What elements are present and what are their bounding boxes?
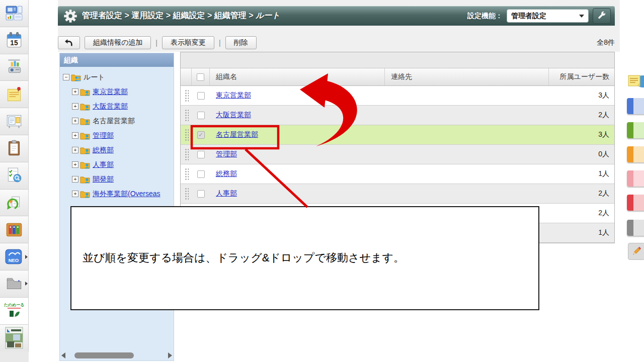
tree-item-label[interactable]: 総務部: [93, 146, 114, 155]
binders-icon[interactable]: [0, 216, 29, 243]
pink-book-icon[interactable]: [627, 170, 644, 187]
expand-plus-icon[interactable]: +: [72, 176, 78, 183]
row-checkbox[interactable]: [197, 131, 205, 139]
tree-root-label: ルート: [84, 73, 105, 82]
circulation-icon[interactable]: [0, 190, 29, 217]
drag-handle[interactable]: [184, 128, 189, 141]
portal-icon[interactable]: [0, 0, 29, 27]
scroll-left-arrow-icon[interactable]: [61, 352, 65, 358]
back-button[interactable]: [58, 36, 80, 49]
sticky-note-icon-glyph: [5, 85, 24, 104]
cabinet-icon[interactable]: [0, 270, 29, 298]
sticky-note-icon[interactable]: [0, 81, 29, 108]
expand-plus-icon[interactable]: +: [72, 103, 78, 110]
org-name-link[interactable]: 名古屋営業部: [216, 130, 258, 139]
select-all-checkbox[interactable]: [197, 73, 204, 81]
tree-item[interactable]: + 開発部: [60, 172, 174, 187]
drag-handle[interactable]: [184, 89, 189, 102]
tree-item[interactable]: + 総務部: [60, 143, 174, 157]
red-book-icon[interactable]: [627, 195, 644, 211]
clipboard-icon[interactable]: [0, 135, 29, 162]
row-checkbox[interactable]: [197, 92, 205, 100]
organization-management-screen: 15: [0, 0, 644, 362]
drag-handle[interactable]: [184, 148, 189, 161]
presentation-icon-glyph: [5, 58, 24, 77]
tree-item[interactable]: + 大阪営業部: [60, 99, 174, 114]
neo-icon-glyph: NEO: [5, 247, 24, 266]
drag-handle[interactable]: [184, 167, 189, 180]
bulletin-board-icon[interactable]: [0, 108, 29, 135]
memo-user-icon[interactable]: [627, 72, 644, 98]
expand-plus-icon[interactable]: +: [72, 132, 78, 139]
svg-text:NEO: NEO: [9, 257, 19, 262]
tree-item-label[interactable]: 開発部: [93, 175, 114, 184]
org-folder-icon: [80, 88, 91, 96]
tree-item-label[interactable]: 大阪営業部: [93, 102, 128, 111]
row-checkbox[interactable]: [197, 170, 205, 178]
row-checkbox[interactable]: [197, 190, 205, 198]
neo-icon[interactable]: NEO: [0, 243, 29, 270]
delete-button[interactable]: 削除: [225, 36, 257, 49]
expand-plus-icon[interactable]: +: [72, 161, 78, 168]
tree-item[interactable]: + 人事部: [60, 157, 174, 172]
app-dock: 15: [0, 0, 29, 362]
circulation-icon-glyph: [5, 193, 24, 212]
drag-handle[interactable]: [184, 109, 189, 122]
add-organization-button[interactable]: 組織情報の追加: [85, 36, 151, 49]
setting-function-label: 設定機能：: [467, 12, 503, 21]
change-display-order-button[interactable]: 表示順変更: [162, 36, 214, 49]
row-checkbox[interactable]: [197, 151, 205, 158]
tree-item-label[interactable]: 海外事業部(Overseas: [93, 190, 160, 199]
clipboard-icon-glyph: [5, 139, 24, 158]
expand-plus-icon[interactable]: +: [72, 118, 78, 124]
drag-handle[interactable]: [184, 187, 189, 200]
tree-item[interactable]: + 管理部: [60, 128, 174, 143]
org-name-link[interactable]: 大阪営業部: [216, 111, 251, 120]
tree-item[interactable]: + 名古屋営業部: [60, 114, 174, 128]
banner-icon[interactable]: [0, 325, 29, 352]
org-name-link[interactable]: 総務部: [216, 169, 237, 178]
org-name-link[interactable]: 東京営業部: [216, 91, 251, 100]
blue-book-icon[interactable]: [627, 98, 644, 114]
table-row: 大阪営業部 2人: [181, 106, 614, 125]
collapse-minus-icon[interactable]: −: [63, 74, 69, 80]
tree-item-root[interactable]: − ルート: [60, 70, 174, 84]
breadcrumb-current: ルート: [256, 11, 280, 20]
calendar-icon[interactable]: 15: [0, 27, 29, 54]
svg-text:たのめーる: たのめーる: [4, 303, 25, 307]
pencil-button[interactable]: [628, 243, 644, 260]
user-count-cell: 1人: [549, 164, 614, 184]
tanomail-icon-glyph: たのめーる: [4, 300, 25, 322]
expand-plus-icon[interactable]: +: [72, 88, 78, 95]
tree-horizontal-scrollbar[interactable]: [61, 351, 172, 359]
scroll-right-arrow-icon[interactable]: [168, 352, 172, 358]
presentation-icon[interactable]: [0, 54, 29, 81]
grey-book-icon[interactable]: [627, 220, 644, 236]
settings-wrench-button[interactable]: [593, 8, 611, 24]
setting-function-select[interactable]: 管理者設定: [507, 9, 589, 23]
flyout-arrow-icon: [25, 282, 28, 286]
green-book-icon[interactable]: [627, 122, 644, 138]
survey-icon[interactable]: [0, 162, 29, 190]
breadcrumb: 管理者設定 > 運用設定 > 組織設定 > 組織管理 > ルート: [82, 11, 280, 21]
tree-item-label[interactable]: 管理部: [93, 131, 114, 140]
orange-book-icon[interactable]: [627, 146, 644, 162]
user-count-cell: 2人: [549, 204, 614, 223]
tanomail-icon[interactable]: たのめーる: [0, 298, 29, 325]
tree-item-label[interactable]: 人事部: [93, 160, 114, 169]
org-folder-icon: [80, 103, 91, 111]
tree-item-label[interactable]: 名古屋営業部: [93, 117, 135, 126]
tree-item[interactable]: + 東京営業部: [60, 84, 174, 99]
org-name-link[interactable]: 管理部: [216, 150, 237, 159]
row-checkbox[interactable]: [197, 112, 205, 119]
expand-plus-icon[interactable]: +: [72, 191, 78, 197]
tree-item[interactable]: + 海外事業部(Overseas: [60, 187, 174, 201]
toolbar-separator: |: [155, 39, 157, 47]
scrollbar-thumb[interactable]: [74, 352, 134, 358]
org-name-link[interactable]: 人事部: [216, 189, 237, 198]
org-folder-icon: [80, 132, 91, 140]
tree-item-label[interactable]: 東京営業部: [93, 87, 128, 97]
expand-plus-icon[interactable]: +: [72, 147, 78, 153]
contact-cell: [385, 145, 549, 164]
org-group-folder-icon: [71, 73, 82, 81]
